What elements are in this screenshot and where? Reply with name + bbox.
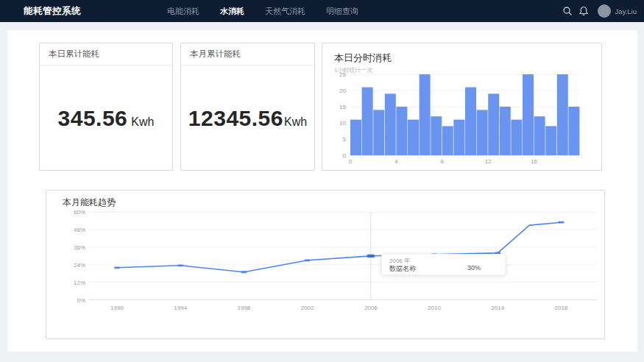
- card-monthly-trend: 本月能耗趋势 0%12%24%36%48%60%1990199419982002…: [46, 190, 605, 339]
- svg-text:16: 16: [531, 158, 537, 165]
- card-month-body: 12345.56 Kwh: [181, 65, 314, 171]
- hourly-chart-title: 本日分时消耗: [334, 52, 601, 65]
- card-hourly-consumption: 本日分时消耗 1小时统计一次 05101520250481216: [322, 43, 602, 171]
- svg-text:2002: 2002: [301, 305, 314, 311]
- svg-text:12: 12: [485, 158, 492, 165]
- hourly-bar-chart[interactable]: 05101520250481216: [328, 71, 597, 167]
- dashboard: 能耗管控系统 电能消耗 水消耗 天然气消耗 明细查询 Jay.Liu 本日累计能…: [0, 0, 644, 362]
- svg-text:0%: 0%: [77, 297, 85, 304]
- nav-item-detail-query[interactable]: 明细查询: [316, 0, 369, 22]
- bell-icon[interactable]: [578, 6, 589, 16]
- card-month-energy: 本月累计能耗 12345.56 Kwh: [180, 43, 315, 171]
- nav-item-electric[interactable]: 电能消耗: [157, 0, 210, 22]
- svg-text:1994: 1994: [174, 305, 187, 311]
- app-title: 能耗管控系统: [24, 5, 81, 18]
- svg-text:5: 5: [343, 136, 347, 143]
- svg-text:12%: 12%: [74, 280, 85, 286]
- nav-menu: 电能消耗 水消耗 天然气消耗 明细查询: [157, 0, 369, 22]
- today-energy-unit: Kwh: [131, 116, 154, 129]
- avatar[interactable]: [598, 4, 611, 18]
- svg-text:10: 10: [339, 120, 346, 127]
- today-energy-value: 345.56: [58, 106, 128, 131]
- chart-tooltip: 2006 年 数据名称 30%: [381, 254, 506, 275]
- top-nav: 能耗管控系统 电能消耗 水消耗 天然气消耗 明细查询 Jay.Liu: [0, 0, 644, 22]
- tooltip-series-name: 数据名称: [389, 264, 416, 274]
- card-month-title: 本月累计能耗: [181, 43, 314, 65]
- nav-item-water[interactable]: 水消耗: [210, 0, 255, 22]
- trend-line-chart[interactable]: 0%12%24%36%48%60%19901994199820022006201…: [46, 208, 604, 335]
- svg-text:2010: 2010: [428, 305, 441, 311]
- tooltip-value: 30%: [467, 264, 481, 272]
- month-energy-unit: Kwh: [284, 116, 307, 129]
- svg-text:24%: 24%: [74, 262, 85, 269]
- svg-text:1990: 1990: [110, 305, 124, 311]
- svg-text:0: 0: [349, 158, 353, 165]
- svg-text:2018: 2018: [555, 305, 568, 311]
- card-today-title: 本日累计能耗: [40, 43, 172, 65]
- svg-text:25: 25: [339, 71, 346, 78]
- username: Jay.Liu: [615, 7, 637, 15]
- card-today-energy: 本日累计能耗 345.56 Kwh: [39, 43, 173, 171]
- month-energy-value: 12345.56: [188, 106, 283, 131]
- svg-text:60%: 60%: [74, 209, 85, 216]
- svg-text:48%: 48%: [74, 227, 85, 233]
- svg-text:1998: 1998: [238, 305, 251, 311]
- nav-item-gas[interactable]: 天然气消耗: [255, 0, 316, 22]
- svg-text:36%: 36%: [74, 244, 85, 251]
- svg-text:15: 15: [339, 104, 346, 110]
- svg-text:20: 20: [339, 88, 346, 94]
- svg-text:4: 4: [394, 158, 398, 165]
- nav-right-cluster: Jay.Liu: [562, 4, 637, 18]
- main-panel: 本日累计能耗 345.56 Kwh 本月累计能耗 12345.56 Kwh 本日…: [7, 30, 637, 352]
- card-today-body: 345.56 Kwh: [40, 65, 172, 171]
- search-icon[interactable]: [562, 6, 573, 16]
- trend-chart-title: 本月能耗趋势: [63, 196, 116, 209]
- svg-text:2014: 2014: [491, 305, 504, 311]
- svg-text:8: 8: [441, 158, 445, 165]
- svg-text:0: 0: [343, 152, 347, 159]
- svg-text:2006: 2006: [364, 305, 378, 311]
